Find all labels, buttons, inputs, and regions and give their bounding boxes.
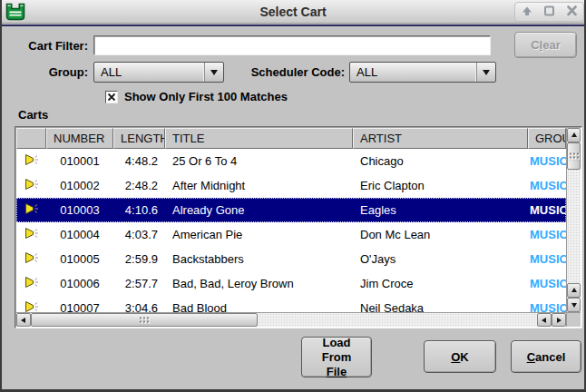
clear-label: C bbox=[531, 38, 539, 52]
triangle-left-icon bbox=[539, 318, 546, 323]
titlebar[interactable]: Select Cart bbox=[0, 0, 586, 24]
cart-artist: Eagles bbox=[353, 203, 528, 217]
ok-label-rest: K bbox=[460, 350, 468, 364]
speaker-icon bbox=[24, 300, 39, 312]
cart-group: MUSIC bbox=[528, 252, 566, 266]
cart-table-header: NUMBER LENGTH TITLE ARTIST GROUP bbox=[16, 128, 566, 149]
cart-row[interactable]: 010005 2:59.9 Backstabbers O'Jays MUSIC bbox=[16, 247, 566, 271]
scroll-down-button[interactable] bbox=[567, 298, 581, 312]
cart-title: Bad, Bad, Leroy Brown bbox=[165, 277, 353, 290]
cart-table-body: 010001 4:48.2 25 Or 6 To 4 Chicago MUSIC… bbox=[16, 149, 566, 312]
ok-label-mnemonic: O bbox=[451, 350, 460, 364]
speaker-icon bbox=[24, 153, 39, 169]
cart-length: 2:48.2 bbox=[113, 179, 165, 192]
show-only-checkbox[interactable] bbox=[105, 91, 118, 103]
cart-artist: O'Jays bbox=[353, 252, 528, 266]
scheduler-code-combobox[interactable]: ALL bbox=[349, 62, 496, 83]
checkbox-x-mark-icon bbox=[107, 89, 116, 105]
scroll-left-button-right[interactable] bbox=[537, 313, 552, 327]
column-header-artist[interactable]: ARTIST bbox=[353, 128, 528, 149]
scroll-up-button-bottom[interactable] bbox=[567, 283, 581, 298]
up-arrow-icon bbox=[521, 4, 533, 20]
cart-length: 2:57.7 bbox=[113, 277, 165, 290]
cart-title: Already Gone bbox=[165, 203, 353, 217]
cart-length: 4:10.6 bbox=[113, 203, 165, 217]
column-header-number[interactable]: NUMBER bbox=[46, 128, 113, 149]
triangle-right-icon bbox=[557, 318, 564, 323]
cart-group: MUSIC bbox=[528, 228, 566, 241]
speaker-icon bbox=[24, 202, 39, 218]
show-only-label: Show Only First 100 Matches bbox=[124, 90, 288, 104]
cart-number: 010001 bbox=[46, 154, 113, 168]
cart-number: 010007 bbox=[46, 301, 113, 312]
cart-length: 4:03.7 bbox=[113, 228, 165, 241]
cart-number: 010005 bbox=[46, 252, 113, 266]
triangle-down-icon bbox=[571, 303, 577, 310]
window-controls bbox=[514, 2, 584, 22]
maximize-button[interactable] bbox=[538, 3, 561, 21]
cart-artist: Eric Clapton bbox=[353, 179, 528, 192]
cart-number: 010004 bbox=[46, 228, 113, 241]
cart-row[interactable]: 010001 4:48.2 25 Or 6 To 4 Chicago MUSIC bbox=[16, 149, 566, 173]
vertical-scroll-thumb[interactable] bbox=[567, 142, 581, 170]
column-header-title[interactable]: TITLE bbox=[165, 128, 353, 149]
shade-button[interactable] bbox=[515, 3, 538, 21]
cart-title: Backstabbers bbox=[165, 252, 353, 266]
ok-button[interactable]: OK bbox=[424, 340, 496, 373]
scheduler-code-label: Scheduler Code: bbox=[216, 65, 345, 80]
cart-artist: Don Mc Lean bbox=[353, 228, 528, 241]
triangle-left-icon bbox=[18, 318, 25, 323]
cart-group: MUSIC bbox=[528, 179, 566, 192]
load-from-file-label-line2: File bbox=[308, 365, 366, 379]
grip-dots-icon bbox=[569, 152, 580, 161]
cart-number: 010003 bbox=[46, 203, 113, 217]
cart-filter-input[interactable] bbox=[93, 35, 491, 55]
group-value: ALL bbox=[101, 65, 122, 79]
cart-group: MUSIC bbox=[528, 154, 566, 168]
cart-number: 010002 bbox=[46, 179, 113, 192]
cart-group: MUSIC bbox=[528, 301, 566, 312]
cart-artist: Chicago bbox=[353, 154, 528, 168]
cart-artist: Jim Croce bbox=[353, 277, 528, 290]
cart-length: 2:59.9 bbox=[113, 252, 165, 266]
cart-row[interactable]: 010004 4:03.7 American Pie Don Mc Lean M… bbox=[16, 222, 566, 247]
close-icon bbox=[566, 4, 578, 20]
cart-group: MUSIC bbox=[528, 277, 566, 290]
cart-title: Bad Blood bbox=[165, 301, 353, 312]
vertical-scrollbar[interactable] bbox=[566, 128, 581, 312]
column-header-group[interactable]: GROUP bbox=[528, 128, 566, 149]
cart-row[interactable]: 010006 2:57.7 Bad, Bad, Leroy Brown Jim … bbox=[16, 271, 566, 296]
grip-dots-icon bbox=[139, 316, 150, 324]
cart-artist: Neil Sedaka bbox=[353, 301, 528, 312]
cart-length: 3:04.6 bbox=[113, 301, 165, 312]
cancel-label-rest: ancel bbox=[535, 350, 565, 364]
cart-row[interactable]: 010007 3:04.6 Bad Blood Neil Sedaka MUSI… bbox=[16, 296, 566, 312]
column-header-icon[interactable] bbox=[16, 128, 46, 149]
clear-button[interactable]: Clear bbox=[514, 32, 577, 58]
cart-row[interactable]: 010003 4:10.6 Already Gone Eagles MUSIC bbox=[16, 198, 566, 222]
cart-group: MUSIC bbox=[528, 203, 566, 217]
close-button[interactable] bbox=[561, 3, 583, 21]
speaker-icon bbox=[24, 276, 39, 291]
scroll-left-button[interactable] bbox=[16, 313, 31, 327]
cart-title: American Pie bbox=[165, 228, 353, 241]
scroll-right-button[interactable] bbox=[552, 313, 566, 327]
load-from-file-label-line1: Load From bbox=[308, 336, 366, 365]
cancel-button[interactable]: Cancel bbox=[511, 340, 581, 373]
titlebar-accent-line bbox=[0, 24, 586, 26]
cart-title: 25 Or 6 To 4 bbox=[165, 154, 353, 168]
carts-section-label: Carts bbox=[18, 108, 48, 122]
triangle-up-icon bbox=[571, 130, 577, 137]
horizontal-scroll-thumb[interactable] bbox=[31, 313, 258, 327]
group-label: Group: bbox=[2, 65, 88, 80]
cart-number: 010006 bbox=[46, 277, 113, 290]
column-header-length[interactable]: LENGTH bbox=[113, 128, 165, 149]
cart-length: 4:48.2 bbox=[113, 154, 165, 168]
group-combobox[interactable]: ALL bbox=[93, 62, 224, 83]
speaker-icon bbox=[24, 178, 39, 193]
cart-row[interactable]: 010002 2:48.2 After Midnight Eric Clapto… bbox=[16, 173, 566, 198]
scroll-up-button[interactable] bbox=[567, 128, 581, 142]
horizontal-scrollbar[interactable] bbox=[16, 312, 566, 327]
cart-table: NUMBER LENGTH TITLE ARTIST GROUP 010001 … bbox=[15, 126, 582, 328]
load-from-file-button[interactable]: Load From File bbox=[301, 337, 372, 377]
